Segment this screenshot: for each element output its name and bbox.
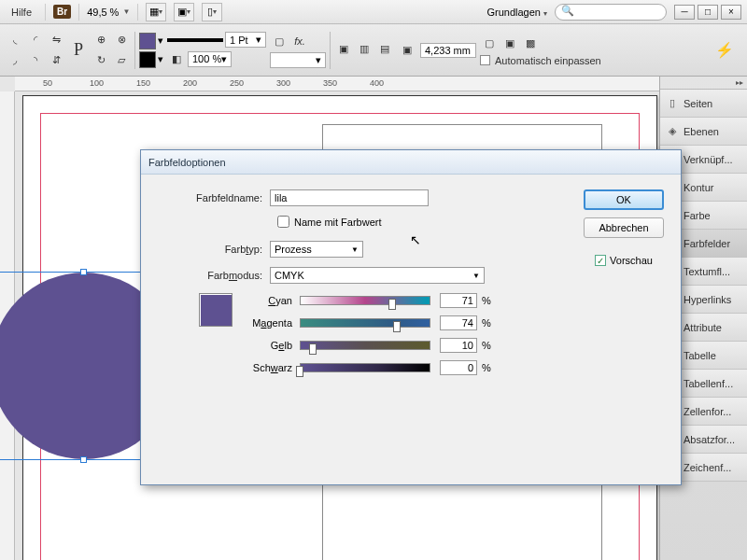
panel-label: Zeichenf...: [684, 462, 731, 473]
application-topbar: Hilfe Br 49,5 % ▼ ▦▾ ▣▾ ▯▾ Grundlagen ▾ …: [0, 0, 747, 24]
panel-label: Verknüpf...: [684, 154, 733, 165]
flip-v-icon[interactable]: ⇵: [47, 51, 65, 70]
panel-icon: ▯: [666, 97, 679, 109]
yellow-label: Gelb: [244, 340, 300, 351]
cyan-value-input[interactable]: [440, 293, 477, 308]
maximize-button[interactable]: □: [698, 5, 718, 20]
flyout-icon[interactable]: ⚡: [715, 41, 741, 59]
stroke-preview: [167, 38, 223, 42]
panel-item-seiten[interactable]: ▯Seiten: [660, 90, 747, 118]
name-with-value-label: Name mit Farbwert: [294, 217, 382, 228]
name-with-value-checkbox[interactable]: [277, 216, 289, 228]
bridge-icon[interactable]: Br: [53, 5, 71, 19]
fit-content-icon[interactable]: ▢: [480, 35, 499, 53]
ok-button[interactable]: OK: [584, 189, 664, 210]
corner-bl-icon[interactable]: ◞: [6, 51, 24, 70]
yellow-slider[interactable]: [300, 341, 430, 350]
panel-icon: ◈: [666, 125, 679, 137]
cursor-icon: ↖: [410, 232, 421, 247]
swatch-options-dialog: Farbfeldoptionen Farbfeldname: Name mit …: [140, 149, 682, 485]
dialog-title: Farbfeldoptionen: [141, 150, 681, 175]
shear-icon[interactable]: ▱: [112, 51, 131, 70]
color-preview-swatch: [199, 293, 233, 327]
swatch-name-label: Farbfeldname:: [158, 192, 270, 203]
panel-label: Seiten: [684, 98, 712, 109]
swatch-name-input[interactable]: [270, 189, 429, 206]
stroke-swatch[interactable]: [139, 51, 156, 68]
fx-icon[interactable]: fx.: [290, 32, 309, 50]
corner-tl-icon[interactable]: ◟: [6, 31, 24, 49]
colormode-select[interactable]: CMYK▼: [270, 267, 485, 284]
help-menu[interactable]: Hilfe: [6, 5, 37, 20]
fit-frame-icon[interactable]: ▣: [500, 35, 519, 53]
crop-icon[interactable]: ▣: [398, 41, 416, 60]
text-tool-icon[interactable]: P: [69, 41, 88, 60]
colortype-label: Farbtyp:: [158, 244, 270, 255]
panel-label: Absatzfor...: [684, 434, 735, 445]
panel-label: Tabelle: [684, 350, 716, 361]
wrap-none-icon[interactable]: ▣: [334, 40, 353, 59]
chain2-icon[interactable]: ⊗: [112, 31, 131, 49]
cyan-label: Cyan: [244, 295, 300, 306]
cyan-slider[interactable]: [300, 296, 430, 305]
panel-label: Tabellenf...: [684, 378, 733, 389]
fill-swatch[interactable]: [139, 33, 156, 49]
minimize-button[interactable]: ─: [674, 5, 695, 20]
panel-label: Hyperlinks: [684, 294, 731, 305]
screen-mode-icon[interactable]: ▣▾: [174, 3, 194, 21]
panel-label: Ebenen: [684, 126, 719, 137]
panel-label: Farbe: [684, 210, 711, 221]
flip-h-icon[interactable]: ⇋: [47, 31, 65, 49]
swap-icon[interactable]: ◧: [167, 49, 186, 68]
magenta-slider[interactable]: [300, 318, 430, 328]
panel-collapse-button[interactable]: ▸▸: [660, 77, 747, 90]
panel-label: Attribute: [684, 322, 722, 333]
center-content-icon[interactable]: ▩: [521, 35, 540, 53]
stroke-weight-field[interactable]: 1 Pt▾: [225, 32, 266, 48]
measure-field[interactable]: 4,233 mm: [420, 43, 476, 58]
panel-label: Farbfelder: [684, 238, 730, 249]
yellow-value-input[interactable]: [440, 338, 477, 353]
preview-checkbox-row[interactable]: ✓ Vorschau: [595, 255, 653, 266]
panel-item-ebenen[interactable]: ◈Ebenen: [660, 118, 747, 146]
autofit-label: Automatisch einpassen: [495, 55, 601, 66]
horizontal-ruler: 50 100 150 200 250 300 350 400: [15, 77, 659, 91]
close-button[interactable]: ×: [721, 5, 741, 20]
black-slider[interactable]: [300, 363, 430, 372]
control-toolbar: ◟ ◜ ⇋ ◞ ◝ ⇵ P ⊕ ⊗ ↻ ▱ ▾ ▾ 1 Pt▾ ◧ 100 %▾: [0, 24, 747, 77]
wrap-bounding-icon[interactable]: ▥: [355, 40, 374, 59]
zoom-level[interactable]: 49,5 % ▼: [87, 7, 130, 18]
corner-tr-icon[interactable]: ◜: [26, 31, 45, 49]
magenta-label: Magenta: [244, 317, 300, 329]
view-options-icon[interactable]: ▦▾: [146, 3, 166, 21]
colortype-select[interactable]: Prozess▼: [270, 241, 363, 258]
preview-label: Vorschau: [610, 255, 653, 266]
cancel-button[interactable]: Abbrechen: [584, 217, 664, 238]
workspace-switcher[interactable]: Grundlagen ▾: [486, 7, 547, 18]
black-value-input[interactable]: [440, 360, 477, 375]
panel-label: Zellenfor...: [684, 406, 731, 417]
rotate-icon[interactable]: ↻: [92, 51, 110, 70]
panel-label: Kontur: [684, 182, 713, 193]
colormode-label: Farbmodus:: [158, 270, 270, 281]
effects-icon[interactable]: ▢: [270, 32, 289, 50]
style-select[interactable]: ▾: [270, 52, 326, 68]
corner-br-icon[interactable]: ◝: [26, 51, 45, 70]
panel-label: Textumfl...: [684, 266, 730, 277]
wrap-shape-icon[interactable]: ▤: [375, 40, 394, 59]
arrange-docs-icon[interactable]: ▯▾: [202, 3, 222, 21]
black-label: Schwarz: [244, 362, 300, 373]
opacity-field[interactable]: 100 %▾: [188, 51, 232, 67]
search-input[interactable]: 🔍: [555, 4, 667, 21]
chain-icon[interactable]: ⊕: [92, 31, 110, 49]
magenta-value-input[interactable]: [440, 315, 477, 330]
autofit-checkbox[interactable]: [480, 55, 490, 65]
